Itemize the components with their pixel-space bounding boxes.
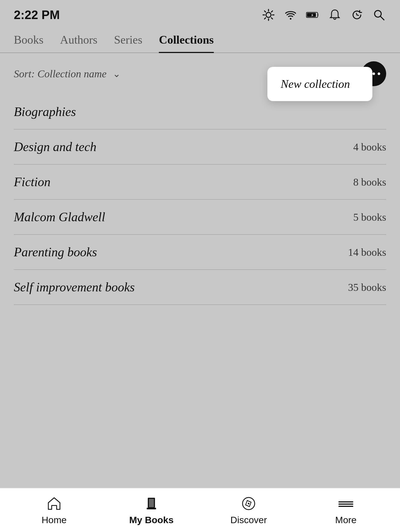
svg-point-23 (248, 503, 249, 504)
tab-collections[interactable]: Collections (159, 28, 214, 53)
collection-item-fiction[interactable]: Fiction 8 books (14, 165, 386, 200)
wifi-icon (283, 8, 298, 22)
my-books-icon (143, 495, 160, 512)
collection-item-malcom-gladwell[interactable]: Malcom Gladwell 5 books (14, 200, 386, 235)
collection-item-parenting-books[interactable]: Parenting books 14 books (14, 235, 386, 270)
svg-line-5 (264, 11, 265, 12)
new-collection-button[interactable]: New collection (267, 67, 372, 101)
svg-rect-11 (307, 13, 316, 17)
sort-label: Sort: Collection name (14, 68, 107, 80)
collection-count: 5 books (353, 211, 386, 223)
svg-point-9 (290, 18, 291, 20)
svg-rect-19 (149, 499, 154, 507)
chevron-down-icon: ⌄ (113, 68, 120, 79)
svg-point-12 (356, 14, 357, 15)
collection-name: Malcom Gladwell (14, 210, 105, 224)
svg-point-16 (372, 72, 375, 75)
svg-rect-20 (147, 508, 156, 509)
svg-line-7 (271, 11, 272, 12)
status-icons (261, 8, 386, 22)
tab-authors[interactable]: Authors (60, 28, 97, 53)
home-icon (46, 495, 62, 512)
search-icon[interactable] (372, 8, 386, 22)
discover-icon (240, 495, 257, 512)
collection-name: Parenting books (14, 245, 97, 259)
nav-discover[interactable]: Discover (227, 495, 271, 525)
nav-my-books-label: My Books (129, 515, 174, 525)
collection-item-design-and-tech[interactable]: Design and tech 4 books (14, 130, 386, 165)
svg-line-8 (264, 18, 265, 19)
collection-count: 8 books (353, 176, 386, 188)
svg-line-6 (271, 18, 272, 19)
collection-name: Fiction (14, 175, 51, 189)
sync-icon[interactable] (350, 8, 364, 22)
collections-list: Biographies Design and tech 4 books Fict… (0, 94, 400, 305)
tab-series[interactable]: Series (114, 28, 143, 53)
collection-item-self-improvement[interactable]: Self improvement books 35 books (14, 270, 386, 305)
svg-point-0 (266, 12, 271, 17)
sort-selector[interactable]: Sort: Collection name ⌄ (14, 68, 120, 80)
svg-line-14 (380, 16, 384, 20)
collection-name: Self improvement books (14, 280, 135, 294)
status-bar: 2:22 PM (0, 0, 400, 28)
tab-bar: Books Authors Series Collections (0, 28, 400, 53)
dropdown-menu: New collection (267, 67, 372, 101)
nav-home-label: Home (42, 515, 67, 525)
collection-name: Biographies (14, 104, 76, 119)
collection-name: Design and tech (14, 139, 96, 154)
collection-count: 4 books (353, 141, 386, 153)
svg-point-17 (378, 72, 380, 75)
notification-icon[interactable] (328, 8, 342, 22)
nav-more-label: More (335, 515, 356, 525)
nav-my-books[interactable]: My Books (129, 495, 174, 525)
nav-more[interactable]: More (324, 495, 368, 525)
status-time: 2:22 PM (14, 8, 60, 22)
more-nav-icon (338, 495, 354, 512)
collection-count: 14 books (348, 246, 386, 258)
nav-home[interactable]: Home (32, 495, 76, 525)
collection-count: 35 books (348, 281, 386, 293)
nav-discover-label: Discover (230, 515, 267, 525)
tab-books[interactable]: Books (14, 28, 43, 53)
bottom-nav: Home My Books Discover (0, 488, 400, 532)
brightness-icon (261, 8, 276, 22)
battery-icon (306, 8, 320, 22)
sort-bar: Sort: Collection name ⌄ New collection (0, 53, 400, 94)
